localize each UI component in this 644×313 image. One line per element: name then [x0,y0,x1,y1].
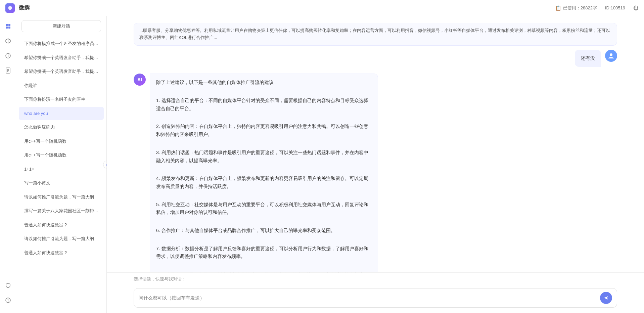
conversation-list: 下面你将模拟成一个叫圣友的程序员，我说...希望你扮演一个英语发音助手，我提供给… [16,36,106,313]
quick-topics-label: 选择话题，快速与我对话： [134,276,186,281]
svg-line-9 [8,56,9,56]
user-message-bubble: 还有没 [575,50,601,67]
sidebar-icon-clock[interactable] [2,50,14,62]
svg-rect-2 [6,27,8,29]
user-message-row: 还有没 [134,50,617,67]
ai-message-paragraph: 6. 合作推广：与其他自媒体平台或品牌合作推广，可以扩大自己的曝光率和受众范围。 [156,227,372,235]
ai-message-paragraph: 4. 频繁发布和更新：在自媒体平台上，频繁发布和更新的内容更容易吸引用户的关注和… [156,175,372,191]
conversation-item[interactable]: 你是谁 [19,79,104,92]
sidebar-icon-home[interactable] [2,20,14,32]
partial-message: ...联系客服、分享购物优惠券等。利用私域流量让用户在购物决策上更信任你，可以提… [134,23,617,46]
sidebar-icon-shield[interactable] [2,279,14,292]
ai-message-paragraph: 3. 利用热门话题：热门话题和事件是吸引用户的重要途径，可以关注一些热门话题和事… [156,149,372,165]
quick-topics: 选择话题，快速与我对话： [107,272,644,284]
header: 微撰 📋 已使用：28822字 ID:100519 ⏻ [0,0,644,16]
power-icon[interactable]: ⏻ [633,5,639,11]
usage-icon: 📋 [555,5,561,11]
conversation-item[interactable]: 怎么做狗屁矻肉 [19,121,104,134]
chat-input-area [107,284,644,313]
conversation-item[interactable]: who are you [19,107,104,120]
ai-message-row: AI 除了上述建议，以下是一些其他的自媒体推广引流的建议：1. 选择适合自己的平… [134,74,617,272]
main-layout: 新建对话 下面你将模拟成一个叫圣友的程序员，我说...希望你扮演一个英语发音助手… [0,16,644,313]
conversation-item[interactable]: 撰写一篇关于八大家花园社区一刻钟便民生... [19,204,104,218]
sidebar-icon-doc[interactable] [2,64,14,77]
conversation-item[interactable]: 希望你扮演一个英语发音助手，我提供给你... [19,65,104,78]
id-label: ID:100519 [605,5,625,10]
ai-message-paragraph: 7. 数据分析：数据分析是了解用户反馈和喜好的重要途径，可以分析用户行为和数据，… [156,245,372,261]
ai-message-paragraph: 2. 创造独特的内容：在自媒体平台上，独特的内容更容易吸引用户的注意力和共鸣。可… [156,123,372,139]
user-message-text: 还有没 [581,55,595,61]
sidebar-icon-info[interactable] [2,294,14,306]
conversation-item[interactable]: 普通人如何快速致富？ [19,246,104,260]
conversation-item[interactable]: 请以如何推广引流为题，写一篇大纲 [19,232,104,245]
conversation-item[interactable]: 普通人如何快速致富？ [19,218,104,232]
chat-input[interactable] [139,295,597,301]
usage-info: 📋 已使用：28822字 [555,5,597,11]
conversation-item[interactable]: 用c++写一个随机函数 [19,148,104,162]
logo-icon [5,3,15,13]
send-button[interactable] [600,292,612,304]
ai-message-paragraph: 5. 利用社交互动：社交媒体是与用户互动的重要平台，可以积极利用社交媒体与用户互… [156,201,372,217]
svg-rect-3 [8,27,10,29]
conversation-item[interactable]: 下面你将扮演一名叫圣友的医生 [19,93,104,106]
svg-rect-0 [6,24,8,26]
app-title: 微撰 [19,4,30,11]
conversation-item[interactable]: 用c++写一个随机函数 [19,135,104,148]
new-conversation-button[interactable]: 新建对话 [21,20,101,32]
input-wrapper [134,288,617,308]
ai-message-paragraph: 1. 选择适合自己的平台：不同的自媒体平台针对的受众不同，需要根据自己的内容特点… [156,97,372,113]
ai-avatar: AI [134,74,146,86]
icon-sidebar [0,16,16,313]
svg-text:AI: AI [137,77,142,82]
conversation-item[interactable]: 1+1= [19,163,104,176]
ai-message-paragraph: 除了上述建议，以下是一些其他的自媒体推广引流的建议： [156,79,372,87]
ai-message-bubble: 除了上述建议，以下是一些其他的自媒体推广引流的建议：1. 选择适合自己的平台：不… [150,74,378,272]
usage-label: 已使用：28822字 [563,5,597,11]
icon-sidebar-bottom [2,279,14,309]
header-left: 微撰 [5,3,30,13]
user-avatar [605,50,617,62]
conversation-item[interactable]: 下面你将模拟成一个叫圣友的程序员，我说... [19,37,104,50]
svg-rect-1 [8,24,10,26]
chat-main: ...联系客服、分享购物优惠券等。利用私域流量让用户在购物决策上更信任你，可以提… [107,16,644,313]
conv-sidebar: 新建对话 下面你将模拟成一个叫圣友的程序员，我说...希望你扮演一个英语发音助手… [16,16,107,313]
conversation-item[interactable]: 请以如何推广引流为题，写一篇大纲 [19,190,104,204]
chat-messages: ...联系客服、分享购物优惠券等。利用私域流量让用户在购物决策上更信任你，可以提… [107,16,644,272]
conversation-item[interactable]: 写一篇小黄文 [19,176,104,190]
svg-point-16 [8,299,8,300]
header-right: 📋 已使用：28822字 ID:100519 ⏻ [555,5,639,11]
partial-message-text: ...联系客服、分享购物优惠券等。利用私域流量让用户在购物决策上更信任你，可以提… [139,28,610,40]
sidebar-icon-cube[interactable] [2,35,14,47]
svg-point-17 [610,53,612,56]
conversation-item[interactable]: 希望你扮演一个英语发音助手，我提供给你... [19,51,104,64]
